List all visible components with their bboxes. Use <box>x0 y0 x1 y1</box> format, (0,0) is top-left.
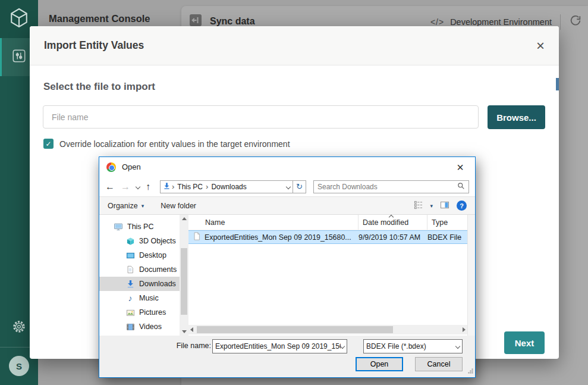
breadcrumb-chevron: › <box>172 182 174 191</box>
details-view-icon[interactable] <box>414 201 423 211</box>
monitor-icon <box>114 222 123 231</box>
dialog-titlebar[interactable]: Open × <box>99 157 475 177</box>
column-type[interactable]: Type <box>427 215 467 230</box>
organize-caret-icon: ▾ <box>142 203 144 209</box>
breadcrumb-this-pc[interactable]: This PC <box>177 183 203 191</box>
tree-label: Pictures <box>139 308 166 317</box>
tree-item-pictures[interactable]: Pictures <box>99 305 180 320</box>
downloads-mini-icon <box>163 182 171 192</box>
pictures-icon <box>125 308 135 317</box>
checkbox-checked[interactable]: ✓ <box>43 139 54 149</box>
help-icon[interactable]: ? <box>457 201 467 211</box>
breadcrumb-chevron: › <box>206 182 208 191</box>
dialog-title: Open <box>122 162 141 171</box>
tree-item-3d-objects[interactable]: 3D Objects <box>99 234 180 248</box>
combo-chevron-icon[interactable] <box>455 344 460 349</box>
file-type: BDEX File <box>427 233 467 242</box>
address-dropdown-icon[interactable] <box>286 184 291 189</box>
file-icon <box>193 232 201 242</box>
checkbox-label: Override localization for entity values … <box>59 139 290 149</box>
dialog-footer: File name: ExportedEntities_Mon Sep 09 2… <box>99 336 475 377</box>
column-name[interactable]: Name <box>188 215 359 230</box>
view-caret-icon[interactable]: ▾ <box>430 203 433 209</box>
organize-menu[interactable]: Organize ▾ <box>108 202 144 210</box>
column-headers: Name Date modified Type <box>188 215 467 230</box>
scroll-right-icon[interactable] <box>463 327 466 332</box>
cube-icon <box>125 236 135 246</box>
tree-label: Videos <box>139 323 162 331</box>
dialog-navbar: ← → ↑ › This PC › Downloads ↻ <box>99 177 475 196</box>
videos-icon <box>125 322 135 331</box>
open-button[interactable]: Open <box>356 357 403 371</box>
tree-label: 3D Objects <box>139 237 176 245</box>
address-bar[interactable]: › This PC › Downloads <box>160 180 293 193</box>
file-name-combobox[interactable]: ExportedEntities_Mon Sep 09 2019_156 <box>212 339 347 353</box>
tree-label: Documents <box>139 265 177 274</box>
combo-chevron-icon[interactable] <box>340 344 345 349</box>
next-button[interactable]: Next <box>504 331 545 354</box>
file-type-combobox[interactable]: BDEX File (*.bdex) <box>363 339 463 353</box>
search-input[interactable] <box>317 183 457 191</box>
back-icon[interactable]: ← <box>105 182 115 192</box>
forward-icon: → <box>121 182 130 192</box>
file-row-selected[interactable]: ExportedEntities_Mon Sep 09 2019_15680..… <box>188 230 467 244</box>
resize-grip[interactable] <box>468 367 473 375</box>
file-list: Name Date modified Type ExportedEntities… <box>188 215 467 336</box>
file-name-value: ExportedEntities_Mon Sep 09 2019_156 <box>215 342 341 350</box>
section-heading: Select the file to import <box>43 81 155 93</box>
preview-pane-icon[interactable] <box>440 201 449 211</box>
dialog-close-icon[interactable]: × <box>450 161 470 173</box>
address-refresh-icon[interactable]: ↻ <box>293 180 306 193</box>
tree-label: Downloads <box>139 280 176 288</box>
tree-item-videos[interactable]: Videos <box>99 320 180 334</box>
search-icon <box>457 182 465 192</box>
hexagon-box-icon <box>8 7 30 31</box>
scrollbar-thumb[interactable] <box>197 326 393 333</box>
file-name: ExportedEntities_Mon Sep 09 2019_15680..… <box>205 233 351 242</box>
scrollbar-thumb[interactable] <box>181 248 187 315</box>
list-scrollbar[interactable] <box>467 215 475 336</box>
active-indicator <box>0 38 2 76</box>
scroll-down-icon[interactable] <box>182 330 187 333</box>
scroll-left-icon[interactable] <box>190 327 193 332</box>
sliders-icon <box>11 48 27 66</box>
gear-icon <box>12 320 26 336</box>
scroll-up-icon[interactable] <box>182 217 187 220</box>
screen: Management Console Sync data </> Develop… <box>0 0 588 385</box>
breadcrumb-downloads[interactable]: Downloads <box>211 183 246 191</box>
document-icon <box>125 265 135 274</box>
folder-tree: This PC 3D Objects Desktop Documents Dow… <box>99 215 180 336</box>
file-date: 9/9/2019 10:57 AM <box>359 233 427 242</box>
tree-item-music[interactable]: ♪ Music <box>99 291 180 305</box>
up-icon[interactable]: ↑ <box>146 182 150 192</box>
dialog-toolbar: Organize ▾ New folder ▾ ? <box>99 196 475 215</box>
new-folder-label: New folder <box>161 202 196 210</box>
tree-item-desktop[interactable]: Desktop <box>99 248 180 262</box>
desktop-icon <box>125 251 135 260</box>
modal-header: Import Entity Values × <box>30 26 559 65</box>
override-checkbox-row[interactable]: ✓ Override localization for entity value… <box>43 139 290 149</box>
user-avatar[interactable]: S <box>9 356 29 376</box>
column-date-modified[interactable]: Date modified <box>359 215 427 230</box>
file-name-label: File name: <box>163 342 211 350</box>
tree-scrollbar[interactable] <box>180 215 188 336</box>
tree-item-downloads[interactable]: Downloads <box>99 277 180 291</box>
download-icon <box>125 279 135 289</box>
dialog-main: This PC 3D Objects Desktop Documents Dow… <box>99 215 475 336</box>
search-box[interactable] <box>313 180 469 193</box>
modal-title: Import Entity Values <box>44 39 144 52</box>
new-folder-button[interactable]: New folder <box>161 202 196 210</box>
music-note-icon: ♪ <box>125 293 135 303</box>
history-chevron-icon[interactable] <box>136 184 140 189</box>
cancel-button[interactable]: Cancel <box>415 357 463 371</box>
horizontal-scrollbar[interactable] <box>188 325 467 334</box>
tree-label: This PC <box>127 223 153 231</box>
open-file-dialog: Open × ← → ↑ › This PC › Downloads ↻ <box>99 156 476 378</box>
close-icon[interactable]: × <box>536 39 545 53</box>
tree-label: Music <box>139 294 159 302</box>
tree-item-this-pc[interactable]: This PC <box>99 220 180 234</box>
file-name-input[interactable] <box>43 105 479 129</box>
browse-button[interactable]: Browse... <box>488 105 545 129</box>
scrollbar-thumb[interactable] <box>556 78 559 90</box>
tree-item-documents[interactable]: Documents <box>99 262 180 277</box>
